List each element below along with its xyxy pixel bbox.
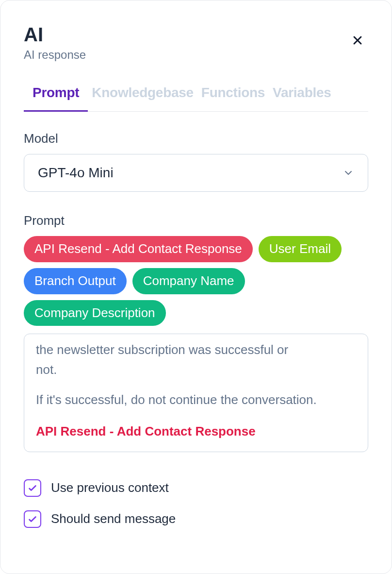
- prompt-textarea[interactable]: the newsletter subscription was successf…: [24, 334, 368, 452]
- checkbox-use-previous-context-row: Use previous context: [24, 479, 368, 497]
- model-value: GPT-4o Mini: [38, 165, 114, 181]
- chip-company-name[interactable]: Company Name: [132, 268, 245, 294]
- page-subtitle: AI response: [24, 48, 86, 62]
- ai-config-panel: AI AI response Prompt Knowledgebase Func…: [0, 0, 392, 574]
- chip-branch-output[interactable]: Branch Output: [24, 268, 127, 294]
- model-select[interactable]: GPT-4o Mini: [24, 154, 368, 192]
- close-button[interactable]: [347, 30, 368, 52]
- chip-user-email[interactable]: User Email: [259, 236, 342, 262]
- tab-knowledgebase[interactable]: Knowledgebase: [88, 77, 197, 111]
- variable-chips: API Resend - Add Contact Response User E…: [24, 236, 368, 326]
- checkbox-use-previous-context[interactable]: [24, 479, 41, 497]
- panel-header: AI AI response: [24, 24, 368, 62]
- checkbox-use-previous-context-label: Use previous context: [51, 480, 169, 495]
- tab-prompt[interactable]: Prompt: [24, 77, 88, 112]
- header-text: AI AI response: [24, 24, 86, 62]
- close-icon: [351, 34, 364, 47]
- tab-functions[interactable]: Functions: [197, 77, 269, 111]
- chip-company-description[interactable]: Company Description: [24, 300, 166, 326]
- prompt-text-truncated: the newsletter subscription was successf…: [36, 341, 356, 358]
- prompt-variable-ref: API Resend - Add Contact Response: [36, 422, 356, 440]
- chip-api-resend[interactable]: API Resend - Add Contact Response: [24, 236, 253, 262]
- prompt-text-para: If it's successful, do not continue the …: [36, 391, 356, 408]
- model-label: Model: [24, 131, 368, 146]
- chevron-down-icon: [343, 167, 354, 179]
- page-title: AI: [24, 24, 86, 45]
- tab-bar: Prompt Knowledgebase Functions Variables: [24, 77, 368, 112]
- prompt-text-line2: not.: [36, 361, 356, 378]
- checkbox-should-send-message-row: Should send message: [24, 510, 368, 528]
- checkbox-should-send-message-label: Should send message: [51, 511, 176, 526]
- check-icon: [27, 514, 38, 524]
- tab-variables[interactable]: Variables: [269, 77, 335, 111]
- checkbox-should-send-message[interactable]: [24, 510, 41, 528]
- check-icon: [27, 483, 38, 493]
- prompt-label: Prompt: [24, 213, 368, 228]
